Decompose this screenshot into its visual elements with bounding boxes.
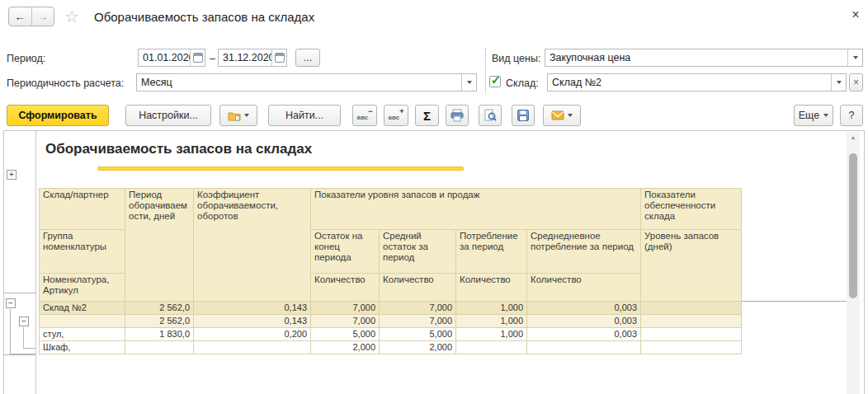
period-choice-button[interactable]: ...: [295, 49, 320, 67]
find-button[interactable]: Найти...: [268, 105, 341, 126]
row-name-cell[interactable]: стул,: [40, 328, 125, 341]
value-cell[interactable]: 2,000: [380, 341, 456, 354]
chevron-down-icon: [823, 114, 828, 117]
print-button[interactable]: [446, 105, 469, 126]
value-cell[interactable]: 5,000: [311, 328, 380, 341]
table-row: стул, 1 830,0 0,200 5,000 5,000 1,000 0,…: [40, 328, 742, 341]
row-name-cell[interactable]: Склад №2: [40, 302, 125, 315]
value-cell[interactable]: 1,000: [456, 328, 527, 341]
value-cell[interactable]: 0,143: [194, 302, 311, 315]
value-cell[interactable]: [641, 341, 742, 354]
value-cell[interactable]: 7,000: [380, 315, 456, 328]
sigma-icon: Σ: [423, 109, 431, 123]
period-to-field[interactable]: 31.12.2020: [218, 49, 287, 67]
value-cell[interactable]: 0,003: [527, 315, 641, 328]
value-cell[interactable]: 1,000: [456, 302, 527, 315]
chevron-down-icon: [568, 114, 573, 117]
preview-icon: [484, 109, 497, 122]
periodicity-value[interactable]: Месяц: [137, 74, 461, 91]
value-cell[interactable]: 7,000: [380, 302, 456, 315]
price-type-dropdown-button[interactable]: [847, 49, 862, 66]
collapse-group-box-1[interactable]: −: [6, 298, 16, 308]
settings-button[interactable]: Настройки...: [125, 105, 211, 126]
period-from-field[interactable]: 01.01.2020: [138, 49, 205, 67]
warehouse-value[interactable]: Склад №2: [548, 74, 831, 91]
grouping-line: [23, 348, 35, 349]
save-button[interactable]: [512, 105, 535, 126]
col-header-quantity: Количество: [311, 274, 380, 302]
more-button[interactable]: Еще: [794, 105, 833, 126]
filter-pane-separator: [485, 48, 486, 94]
clear-x-icon: ×: [853, 77, 859, 88]
warehouse-dropdown-button[interactable]: [831, 74, 846, 91]
value-cell[interactable]: 7,000: [311, 302, 380, 315]
vertical-scrollbar[interactable]: ▲: [847, 132, 860, 394]
value-cell[interactable]: 0,143: [194, 315, 311, 328]
expand-groups-button[interactable]: авс+: [384, 105, 408, 126]
period-from-value[interactable]: 01.01.2020: [139, 49, 190, 66]
period-from-calendar-button[interactable]: [190, 49, 205, 66]
report-title-underline: [97, 167, 464, 171]
back-button[interactable]: ←: [9, 7, 32, 26]
value-cell[interactable]: 1,000: [456, 315, 527, 328]
preview-button[interactable]: [479, 105, 502, 126]
period-to-calendar-button[interactable]: [271, 49, 286, 66]
grouping-line: [10, 309, 11, 354]
favorite-star-icon[interactable]: ☆: [64, 7, 79, 26]
help-button[interactable]: ?: [840, 105, 863, 126]
warehouse-label: Склад:: [506, 77, 539, 89]
period-to-value[interactable]: 31.12.2020: [219, 49, 271, 66]
scrollbar-thumb[interactable]: [849, 153, 857, 298]
chevron-down-icon: [853, 56, 858, 59]
table-row: Шкаф, 2,000 2,000: [40, 341, 742, 354]
value-cell[interactable]: [641, 302, 742, 315]
value-cell[interactable]: 0,003: [527, 302, 641, 315]
generate-button[interactable]: Сформировать: [7, 105, 109, 126]
price-type-combo[interactable]: Закупочная цена: [545, 49, 863, 67]
value-cell[interactable]: 0,003: [527, 328, 641, 341]
warehouse-clear-button[interactable]: ×: [849, 73, 863, 91]
warehouse-checkbox[interactable]: ✓: [489, 76, 501, 87]
forward-button[interactable]: →: [32, 7, 54, 26]
col-header-turnover-ratio: Коэффициент оборачиваемости, оборотов: [194, 189, 311, 302]
value-cell[interactable]: 5,000: [380, 328, 456, 341]
value-cell[interactable]: [641, 315, 742, 328]
row-name-cell[interactable]: [40, 315, 125, 328]
abc-plus-icon: авс+: [389, 110, 404, 121]
value-cell[interactable]: [125, 341, 194, 354]
calendar-icon: [193, 53, 203, 63]
close-icon[interactable]: ×: [847, 6, 865, 24]
expand-all-box[interactable]: +: [7, 170, 17, 180]
col-header-quantity: Количество: [380, 274, 456, 302]
col-header-quantity: Количество: [456, 274, 527, 302]
sum-button[interactable]: Σ: [415, 105, 439, 126]
row-name-cell[interactable]: Шкаф,: [40, 341, 125, 354]
periodicity-dropdown-button[interactable]: [461, 74, 476, 91]
page-title: Оборачиваемость запасов на складах: [94, 10, 314, 24]
value-cell[interactable]: 0,200: [194, 328, 311, 341]
value-cell[interactable]: [456, 341, 527, 354]
value-cell[interactable]: [641, 328, 742, 341]
report-window: ← → ☆ Оборачиваемость запасов на складах…: [0, 0, 868, 394]
value-cell[interactable]: 1 830,0: [125, 328, 194, 341]
collapse-groups-button[interactable]: авс−: [352, 105, 377, 126]
mail-button[interactable]: [543, 105, 581, 126]
value-cell[interactable]: [527, 341, 641, 354]
chevron-down-icon: [467, 81, 472, 84]
period-dash: –: [210, 53, 215, 64]
price-type-value[interactable]: Закупочная цена: [545, 49, 847, 66]
scroll-up-icon[interactable]: ▲: [847, 132, 860, 143]
value-cell[interactable]: 2 562,0: [125, 302, 194, 315]
periodicity-combo[interactable]: Месяц: [136, 73, 477, 91]
col-header-nomenclature-group: Группа номенклатуры: [40, 230, 125, 274]
value-cell[interactable]: [194, 341, 311, 354]
value-cell[interactable]: 2 562,0: [125, 315, 194, 328]
value-cell[interactable]: 2,000: [311, 341, 380, 354]
warehouse-combo[interactable]: Склад №2: [547, 73, 847, 91]
ellipsis-label: ...: [304, 52, 312, 63]
col-header-turnover-period: Период оборачиваемости, дней: [125, 189, 194, 302]
report-variants-button[interactable]: [219, 105, 257, 126]
value-cell[interactable]: 7,000: [311, 315, 380, 328]
collapse-group-box-2[interactable]: −: [19, 317, 29, 326]
back-arrow-icon: ←: [14, 10, 26, 23]
